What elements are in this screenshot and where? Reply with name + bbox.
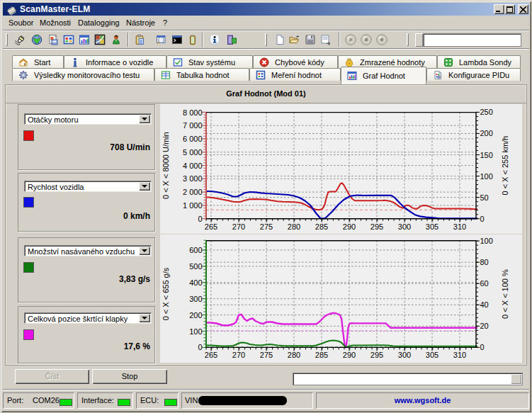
svg-text:200: 200 <box>189 311 202 319</box>
svg-text:270: 270 <box>232 222 245 231</box>
svg-text:0 < X < 8000 U/min: 0 < X < 8000 U/min <box>162 132 171 199</box>
svg-text:20: 20 <box>480 322 489 330</box>
svg-text:290: 290 <box>343 351 356 359</box>
svg-text:2 000: 2 000 <box>183 188 203 196</box>
svg-text:310: 310 <box>453 222 466 231</box>
svg-text:0 < X < 100 %: 0 < X < 100 % <box>502 269 510 319</box>
svg-text:50: 50 <box>480 193 489 202</box>
svg-text:270: 270 <box>232 351 245 359</box>
svg-text:295: 295 <box>370 222 383 231</box>
svg-text:280: 280 <box>288 351 300 359</box>
svg-text:280: 280 <box>288 222 300 231</box>
svg-text:285: 285 <box>315 351 328 359</box>
svg-text:8 000: 8 000 <box>183 108 203 117</box>
svg-text:60: 60 <box>480 279 489 288</box>
svg-text:600: 600 <box>189 246 202 254</box>
svg-text:40: 40 <box>480 300 489 309</box>
svg-text:6 000: 6 000 <box>183 135 203 143</box>
svg-text:275: 275 <box>260 351 273 359</box>
svg-text:150: 150 <box>480 151 493 159</box>
svg-text:0: 0 <box>480 215 485 223</box>
svg-text:100: 100 <box>480 237 493 245</box>
svg-text:305: 305 <box>426 351 438 359</box>
svg-text:200: 200 <box>480 129 493 137</box>
svg-text:80: 80 <box>480 258 489 266</box>
svg-text:285: 285 <box>315 222 328 231</box>
svg-text:310: 310 <box>453 351 466 359</box>
svg-text:0: 0 <box>480 343 485 351</box>
svg-text:275: 275 <box>260 222 273 231</box>
svg-text:3 000: 3 000 <box>183 174 203 183</box>
svg-text:0: 0 <box>198 343 202 351</box>
svg-text:100: 100 <box>189 327 202 336</box>
svg-text:300: 300 <box>189 295 202 303</box>
svg-text:100: 100 <box>480 172 493 181</box>
svg-text:265: 265 <box>205 351 217 359</box>
svg-text:7 000: 7 000 <box>183 121 203 130</box>
svg-text:4 000: 4 000 <box>183 162 203 170</box>
svg-text:1 000: 1 000 <box>183 201 203 210</box>
svg-text:400: 400 <box>189 278 202 287</box>
svg-text:300: 300 <box>398 351 411 359</box>
svg-text:265: 265 <box>205 222 217 231</box>
svg-text:300: 300 <box>398 222 411 231</box>
svg-text:0 < X < 655 g/s: 0 < X < 655 g/s <box>162 267 171 320</box>
svg-text:290: 290 <box>343 222 356 231</box>
svg-text:0 < X < 255 km/h: 0 < X < 255 km/h <box>502 136 510 196</box>
svg-text:250: 250 <box>480 108 493 116</box>
svg-text:500: 500 <box>189 262 202 271</box>
svg-text:295: 295 <box>370 351 383 359</box>
svg-text:0: 0 <box>198 215 202 223</box>
svg-text:5 000: 5 000 <box>183 148 203 157</box>
svg-text:305: 305 <box>426 222 438 231</box>
